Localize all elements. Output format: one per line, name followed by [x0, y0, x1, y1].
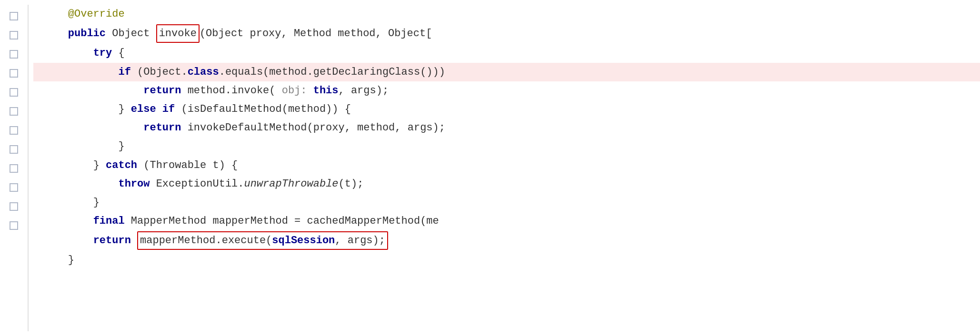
text-equals: .equals(method.getDeclaringClass())): [219, 64, 445, 80]
gutter-mark-6: [10, 107, 18, 116]
indent-catch: [43, 157, 93, 174]
text-object: Object: [106, 25, 156, 42]
kw-this: this: [313, 82, 339, 99]
text-mapper-method: MapperMethod mapperMethod = cachedMapper…: [125, 213, 439, 229]
text-t: (t);: [339, 176, 364, 192]
line-close-method: }: [43, 251, 980, 269]
line-else-if: } else if (isDefaultMethod(method)) {: [43, 100, 980, 119]
text-brace-close1: }: [118, 101, 130, 118]
invoke-boxed: invoke: [156, 24, 200, 43]
gutter-mark-2: [10, 31, 18, 40]
text-brace-close4: }: [93, 194, 100, 211]
indent-return1: [43, 82, 143, 99]
indent-sig: [43, 25, 68, 42]
text-invoke-default: invokeDefaultMethod(proxy, method, args)…: [181, 119, 445, 136]
text-if-condition: (Object.: [131, 64, 188, 80]
text-brace-open: {: [112, 45, 124, 61]
kw-catch: catch: [106, 157, 137, 174]
code-gutter: [0, 5, 29, 331]
line-return-default: return invokeDefaultMethod(proxy, method…: [43, 119, 980, 137]
gutter-mark-5: [10, 88, 18, 97]
line-method-signature: public Object invoke (Object proxy, Meth…: [43, 23, 980, 44]
line-if-highlighted: if (Object. class .equals(method.getDecl…: [33, 63, 980, 81]
gutter-mark-7: [10, 126, 18, 135]
kw-throw: throw: [118, 176, 150, 192]
gutter-mark-3: [10, 50, 18, 59]
line-override: @Override: [43, 5, 980, 23]
kw-else: else: [131, 101, 156, 118]
indent-close3: [43, 252, 68, 268]
gutter-mark-9: [10, 164, 18, 173]
line-return-invoke: return method.invoke( obj: this , args);: [43, 81, 980, 100]
text-brace-close5: }: [68, 252, 74, 268]
kw-if: if: [118, 64, 130, 80]
text-sqlsession: sqlSession: [272, 235, 335, 247]
kw-return1: return: [143, 82, 181, 99]
gutter-mark-8: [10, 145, 18, 154]
line-close-catch: }: [43, 193, 980, 212]
indent-final: [43, 213, 93, 229]
line-catch: } catch (Throwable t) {: [43, 156, 980, 175]
text-brace-close2: }: [118, 138, 124, 155]
text-mapper-execute: mapperMethod.execute(: [140, 235, 272, 247]
kw-class: class: [188, 64, 219, 80]
execute-boxed: mapperMethod.execute(sqlSession, args);: [137, 231, 388, 250]
text-method-invoke: method.invoke(: [181, 82, 281, 99]
indent-throw: [43, 176, 118, 192]
annotation-override: @Override: [43, 6, 125, 22]
gutter-mark-11: [10, 202, 18, 211]
code-lines: @Override public Object invoke (Object p…: [33, 5, 980, 331]
text-space2: [156, 101, 162, 118]
code-container: @Override public Object invoke (Object p…: [0, 0, 980, 336]
text-catch-param: (Throwable t) {: [137, 157, 238, 174]
indent-close1: [43, 138, 118, 155]
text-brace-close3: }: [93, 157, 106, 174]
gutter-mark-4: [10, 69, 18, 78]
param-hint-obj: obj:: [282, 82, 307, 99]
line-throw: throw ExceptionUtil. unwrapThrowable (t)…: [43, 175, 980, 193]
text-exception: ExceptionUtil.: [150, 176, 244, 192]
indent-try: [43, 45, 93, 61]
text-unwrap: unwrapThrowable: [244, 176, 339, 192]
line-final-mapper: final MapperMethod mapperMethod = cached…: [43, 212, 980, 230]
indent-return2: [43, 119, 143, 136]
indent-if: [43, 64, 118, 80]
line-return-execute: return mapperMethod.execute(sqlSession, …: [43, 230, 980, 251]
indent-close2: [43, 194, 93, 211]
kw-try: try: [93, 45, 112, 61]
text-params: (Object proxy, Method method, Object[: [200, 25, 432, 42]
gutter-mark-12: [10, 221, 18, 230]
kw-return3: return: [93, 232, 131, 249]
text-isdefault: (isDefaultMethod(method)) {: [175, 101, 351, 118]
kw-if2: if: [162, 101, 175, 118]
indent-else: [43, 101, 118, 118]
line-close-else: }: [43, 137, 980, 156]
text-space: [307, 82, 313, 99]
kw-public: public: [68, 25, 106, 42]
indent-return3: [43, 232, 93, 249]
text-args1: , args);: [339, 82, 389, 99]
text-execute-end: , args);: [335, 235, 385, 247]
gutter-mark-10: [10, 183, 18, 192]
gutter-mark-1: [10, 12, 18, 20]
kw-final: final: [93, 213, 125, 229]
line-try: try {: [43, 44, 980, 62]
text-space-return: [131, 232, 137, 249]
kw-return2: return: [143, 119, 181, 136]
